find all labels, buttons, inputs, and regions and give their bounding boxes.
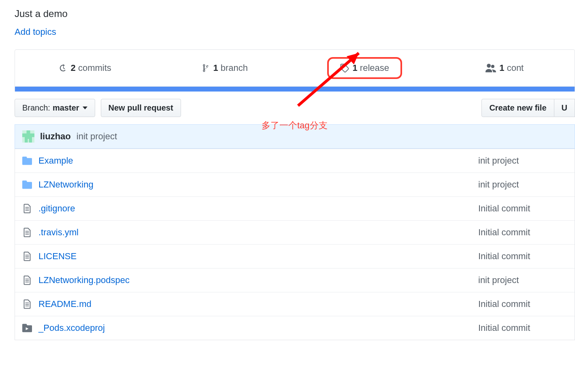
tag-icon (340, 64, 349, 72)
file-commit-message[interactable]: Initial commit (478, 203, 567, 214)
file-list: Exampleinit projectLZNetworkinginit proj… (15, 149, 575, 340)
release-highlight-box: 1 release (327, 57, 402, 79)
file-name-link[interactable]: .gitignore (38, 203, 200, 214)
branch-name: master (53, 103, 79, 113)
file-commit-message[interactable]: init project (478, 179, 567, 190)
file-row: Exampleinit project (15, 149, 575, 173)
file-name-link[interactable]: Example (38, 156, 200, 166)
file-commit-message[interactable]: Initial commit (478, 227, 567, 238)
people-icon (486, 64, 496, 72)
file-name-link[interactable]: _Pods.xcodeproj (38, 323, 200, 333)
file-row: _Pods.xcodeprojInitial commit (15, 316, 575, 340)
file-name-link[interactable]: README.md (38, 299, 200, 309)
releases-count: 1 (352, 63, 357, 73)
branch-select-button[interactable]: Branch: master (15, 99, 95, 117)
stats-releases[interactable]: 1 release (295, 50, 435, 86)
file-commit-message[interactable]: Initial commit (478, 323, 567, 333)
stats-branches[interactable]: 1 branch (155, 50, 295, 86)
file-row: .gitignoreInitial commit (15, 196, 575, 220)
commit-author[interactable]: liuzhao (40, 131, 71, 142)
file-name-link[interactable]: LZNetworking (38, 179, 200, 190)
create-new-file-button[interactable]: Create new file (481, 99, 554, 117)
branch-icon (202, 64, 210, 72)
new-pull-request-button[interactable]: New pull request (101, 99, 181, 117)
file-row: LZNetworking.podspecinit project (15, 268, 575, 292)
file-icon (22, 251, 32, 261)
file-row: LZNetworkinginit project (15, 173, 575, 196)
file-row: README.mdInitial commit (15, 292, 575, 316)
annotation-text: 多了一个tag分支 (262, 119, 328, 132)
upload-button[interactable]: U (554, 99, 575, 117)
chevron-down-icon (83, 107, 87, 109)
avatar[interactable] (22, 130, 34, 143)
file-commit-message[interactable]: Initial commit (478, 299, 567, 309)
branches-count: 1 (213, 63, 218, 73)
stats-bar: 2 commits 1 branch 1 release 1 cont (15, 49, 575, 87)
file-row: .travis.ymlInitial commit (15, 220, 575, 244)
folder-icon (22, 180, 32, 189)
file-commit-message[interactable]: init project (478, 156, 567, 166)
stats-contributors[interactable]: 1 cont (435, 50, 575, 86)
submodule-icon (22, 324, 32, 332)
file-icon (22, 299, 32, 309)
contributors-count: 1 (499, 63, 504, 73)
add-topics-link[interactable]: Add topics (15, 27, 56, 37)
file-name-link[interactable]: LICENSE (38, 251, 200, 262)
file-commit-message[interactable]: init project (478, 275, 567, 285)
file-icon (22, 228, 32, 237)
file-icon (22, 204, 32, 213)
file-icon (22, 275, 32, 285)
branches-label: branch (221, 63, 248, 73)
history-icon (59, 64, 68, 72)
folder-icon (22, 156, 32, 165)
stats-commits[interactable]: 2 commits (15, 50, 155, 86)
branch-prefix: Branch: (22, 103, 50, 113)
releases-label: release (360, 63, 389, 73)
commits-count: 2 (71, 63, 76, 73)
commits-label: commits (78, 63, 111, 73)
file-row: LICENSEInitial commit (15, 244, 575, 268)
language-bar[interactable] (15, 87, 575, 92)
file-name-link[interactable]: .travis.yml (38, 227, 200, 238)
file-commit-message[interactable]: Initial commit (478, 251, 567, 262)
repo-description: Just a demo (15, 8, 575, 19)
contributors-label: cont (507, 63, 524, 73)
file-name-link[interactable]: LZNetworking.podspec (38, 275, 200, 285)
commit-message[interactable]: init project (77, 131, 117, 142)
